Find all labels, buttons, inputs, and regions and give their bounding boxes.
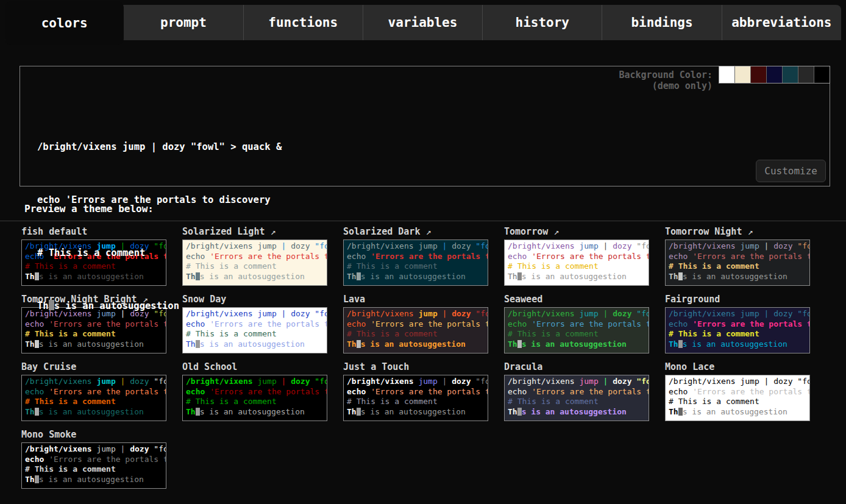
syntax-segment: "fowl" > quack &: [154, 444, 166, 453]
autosuggestion-prefix: Th: [37, 300, 49, 311]
theme-line-2: echo 'Errors are the portals to discover…: [669, 387, 806, 397]
syntax-segment: "fowl" > quack &: [154, 377, 166, 386]
syntax-segment: s is an autosuggestion: [200, 407, 305, 416]
syntax-segment: dozy: [613, 377, 631, 386]
tab-prompt[interactable]: prompt: [124, 5, 243, 40]
theme-line-2: echo 'Errors are the portals to discover…: [25, 455, 163, 465]
theme-title: Bay Cruise: [21, 361, 166, 375]
syntax-segment: s is an autosuggestion: [39, 475, 144, 484]
background-swatch-5[interactable]: [798, 66, 814, 83]
tab-functions[interactable]: functions: [243, 5, 363, 40]
theme-card-bay-cruise[interactable]: Bay Cruise/bright/vixens jump | dozy "fo…: [21, 361, 166, 421]
syntax-segment: echo: [25, 387, 44, 396]
theme-line-2: echo 'Errors are the portals to discover…: [186, 387, 324, 397]
syntax-segment: /bright/vixens: [25, 444, 92, 453]
terminal-line-4: Ths is an autosuggestion: [37, 297, 830, 315]
syntax-segment: dozy: [130, 444, 149, 453]
theme-line-2: echo 'Errors are the portals to discover…: [347, 387, 485, 397]
background-swatch-2[interactable]: [751, 66, 766, 83]
theme-card-old-school[interactable]: Old School/bright/vixens jump | dozy "fo…: [182, 361, 327, 421]
tab-history[interactable]: history: [482, 5, 602, 40]
background-color-label-line2: (demo only): [619, 80, 713, 91]
theme-line-4: Ths is an autosuggestion: [25, 407, 163, 417]
theme-line-3: # This is a comment: [508, 397, 645, 407]
background-swatch-4[interactable]: [783, 66, 798, 83]
tab-colors[interactable]: colors: [5, 1, 124, 45]
theme-line-3: # This is a comment: [347, 397, 485, 407]
syntax-segment: jump: [418, 377, 437, 386]
syntax-segment: echo: [25, 455, 44, 464]
syntax-segment: s is an autosuggestion: [522, 407, 627, 416]
theme-card-mono-lace[interactable]: Mono Lace/bright/vixens jump | dozy "fow…: [665, 361, 810, 421]
background-color-label: Background Color: (demo only): [619, 69, 713, 91]
theme-line-3: # This is a comment: [186, 397, 324, 407]
theme-line-1: /bright/vixens jump | dozy "fowl" > quac…: [25, 444, 163, 455]
theme-preview-box[interactable]: /bright/vixens jump | dozy "fowl" > quac…: [343, 375, 488, 421]
theme-preview-box[interactable]: /bright/vixens jump | dozy "fowl" > quac…: [504, 375, 649, 421]
theme-line-3: # This is a comment: [669, 397, 806, 407]
main-preview-panel: Background Color: (demo only) /bright/vi…: [20, 66, 830, 186]
terminal-line-2: echo 'Errors are the portals to discover…: [37, 191, 830, 209]
theme-line-4: Ths is an autosuggestion: [508, 407, 645, 417]
theme-line-1: /bright/vixens jump | dozy "fowl" > quac…: [669, 377, 806, 387]
syntax-segment: /bright/vixens: [347, 377, 414, 386]
tab-bar: colorspromptfunctionsvariableshistorybin…: [5, 5, 841, 40]
text-cursor: [49, 300, 54, 310]
tab-variables[interactable]: variables: [363, 5, 482, 40]
background-color-swatches: [719, 66, 830, 83]
theme-card-dracula[interactable]: Dracula/bright/vixens jump | dozy "fowl"…: [504, 361, 649, 421]
background-swatch-0[interactable]: [719, 66, 734, 83]
theme-preview-box[interactable]: /bright/vixens jump | dozy "fowl" > quac…: [665, 375, 810, 421]
text-cursor: [357, 408, 361, 416]
syntax-segment: # This is a comment: [25, 397, 116, 406]
background-swatch-3[interactable]: [767, 66, 782, 83]
text-cursor: [678, 408, 683, 416]
syntax-segment: jump: [96, 444, 115, 453]
syntax-segment: |: [282, 377, 286, 386]
colors-tab-content: Background Color: (demo only) /bright/vi…: [0, 66, 846, 501]
tab-bindings[interactable]: bindings: [602, 5, 721, 40]
theme-card-mono-smoke[interactable]: Mono Smoke/bright/vixens jump | dozy "fo…: [21, 429, 166, 489]
syntax-segment: /bright/vixens: [669, 377, 736, 386]
theme-card-just-a-touch[interactable]: Just a Touch/bright/vixens jump | dozy "…: [343, 361, 488, 421]
syntax-segment: Th: [25, 407, 35, 416]
syntax-segment: # This is a comment: [347, 397, 438, 406]
syntax-segment: /bright/vixens: [25, 377, 92, 386]
theme-line-4: Ths is an autosuggestion: [347, 407, 485, 417]
background-swatch-6[interactable]: [814, 66, 830, 83]
theme-preview-box[interactable]: /bright/vixens jump | dozy "fowl" > quac…: [21, 442, 166, 489]
theme-title: Just a Touch: [343, 361, 488, 375]
theme-preview-box[interactable]: /bright/vixens jump | dozy "fowl" > quac…: [21, 375, 166, 421]
autosuggestion-rest: s is an autosuggestion: [54, 300, 179, 311]
syntax-segment: echo: [669, 387, 688, 396]
theme-line-1: /bright/vixens jump | dozy "fowl" > quac…: [508, 377, 645, 387]
syntax-segment: s is an autosuggestion: [361, 407, 466, 416]
terminal-line-3: # This is a comment: [37, 244, 830, 262]
theme-line-4: Ths is an autosuggestion: [186, 407, 324, 417]
theme-line-1: /bright/vixens jump | dozy "fowl" > quac…: [347, 377, 485, 387]
theme-line-4: Ths is an autosuggestion: [669, 407, 806, 417]
terminal-preview: /bright/vixens jump | dozy "fowl" > quac…: [20, 66, 830, 350]
theme-line-3: # This is a comment: [25, 464, 163, 475]
syntax-segment: echo: [347, 387, 366, 396]
theme-preview-box[interactable]: /bright/vixens jump | dozy "fowl" > quac…: [182, 375, 327, 421]
syntax-segment: "fowl" > quack &: [636, 377, 649, 386]
syntax-segment: # This is a comment: [25, 464, 116, 474]
syntax-segment: dozy: [773, 377, 792, 386]
syntax-segment: jump: [579, 377, 598, 386]
syntax-segment: |: [764, 377, 769, 386]
syntax-segment: dozy: [291, 377, 310, 386]
syntax-segment: Th: [347, 407, 357, 416]
syntax-segment: # This is a comment: [186, 397, 277, 406]
syntax-segment: 'Errors are the portals to discovery: [371, 387, 488, 396]
customize-button[interactable]: Customize: [756, 160, 826, 182]
theme-line-3: # This is a comment: [25, 397, 163, 407]
background-swatch-1[interactable]: [735, 66, 750, 83]
theme-title: Mono Lace: [665, 361, 810, 375]
syntax-segment: Th: [25, 475, 35, 484]
tab-abbreviations[interactable]: abbreviations: [722, 5, 841, 40]
syntax-segment: echo: [508, 387, 527, 396]
theme-line-1: /bright/vixens jump | dozy "fowl" > quac…: [25, 377, 163, 387]
text-cursor: [35, 408, 39, 416]
theme-title: Old School: [182, 361, 327, 375]
